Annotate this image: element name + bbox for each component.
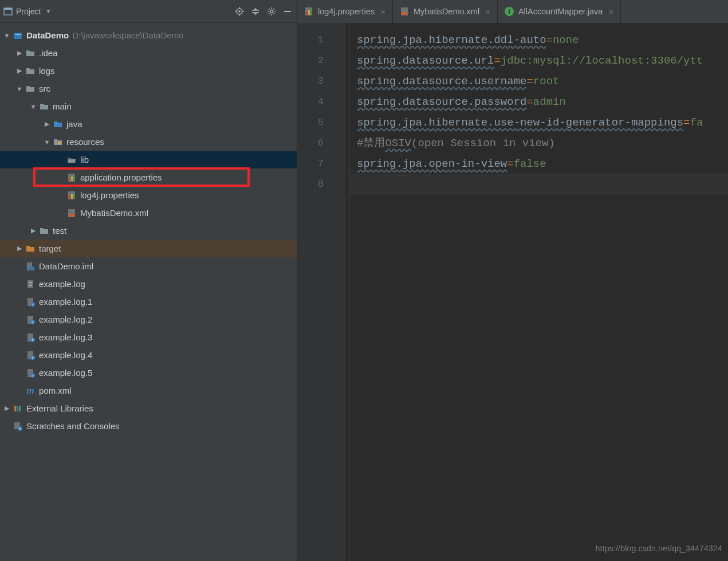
minimize-icon[interactable] [283,7,292,16]
tree-item-pom[interactable]: m pom.xml [0,382,297,399]
line-number: 3 [297,71,332,92]
tree-item-label: main [53,101,72,111]
tree-item-label: java [66,119,82,129]
tree-item-log4j[interactable]: log4j.properties [0,186,297,204]
line-gutter: 1 2 3 4 5 6 7 8 [297,23,332,561]
tree-item-label: External Libraries [26,403,93,413]
chevron-down-icon[interactable]: ▼ [16,85,23,92]
svg-rect-28 [73,193,75,199]
chevron-down-icon[interactable]: ▼ [44,139,50,146]
project-icon [3,7,13,16]
svg-rect-53 [17,406,18,411]
tree-item-src[interactable]: ▼ src [0,80,297,97]
chevron-right-icon[interactable]: ▶ [16,67,23,74]
tree-item-label: target [39,244,61,253]
svg-rect-35 [29,284,32,284]
tree-item-examplelog4[interactable]: ? example.log.4 [0,346,297,364]
tree-item-examplelog5[interactable]: ? example.log.5 [0,364,297,382]
tree-item-logs[interactable]: ▶ logs [0,62,297,80]
close-icon[interactable]: × [485,7,490,17]
svg-rect-1 [4,8,12,10]
chevron-right-icon[interactable]: ▶ [3,405,10,412]
close-icon[interactable]: × [380,7,385,17]
collapse-all-icon[interactable] [251,7,260,16]
editor-panel: log4j.properties × MybatisDemo.xml × I A… [297,0,728,561]
chevron-down-icon[interactable]: ▼ [30,103,37,110]
project-tree[interactable]: ▼ DataDemo D:\javaworkspace\DataDemo ▶ .… [0,23,297,561]
line-number: 8 [297,174,332,195]
svg-rect-58 [20,427,21,429]
unknown-file-icon: ? [25,315,36,324]
tree-item-application-properties[interactable]: application.properties [0,168,297,186]
tab-label: AllAccountMapper.java [518,7,603,16]
svg-rect-52 [14,406,16,411]
unknown-file-icon: ? [25,333,36,342]
editor-tabs: log4j.properties × MybatisDemo.xml × I A… [297,0,728,23]
svg-line-15 [269,13,270,14]
folder-icon [25,66,36,76]
tree-item-examplelog[interactable]: example.log [0,275,297,293]
locate-icon[interactable] [235,7,244,16]
tree-item-iml[interactable]: DataDemo.iml [0,257,297,275]
svg-rect-22 [69,178,70,181]
tree-item-label: example.log.1 [39,297,92,307]
tree-item-examplelog2[interactable]: ? example.log.2 [0,311,297,328]
tree-item-resources[interactable]: ▼ resources [0,133,297,151]
gear-icon[interactable] [267,7,276,16]
tree-item-label: Scratches and Consoles [26,421,120,431]
module-icon [13,31,23,40]
tree-item-label: test [53,226,66,236]
svg-point-8 [270,10,273,13]
svg-line-13 [269,9,270,10]
tree-item-label: example.log.4 [39,350,92,360]
tree-item-label: example.log [39,279,85,289]
chevron-down-icon[interactable]: ▼ [3,32,10,39]
svg-rect-62 [310,9,312,15]
module-file-icon [25,262,36,271]
tab-allaccountmapper[interactable]: I AllAccountMapper.java × [498,0,621,23]
svg-rect-19 [15,34,21,35]
chevron-right-icon[interactable]: ▶ [44,120,50,128]
tree-item-label: MybatisDemo.xml [80,208,148,218]
unknown-file-icon: ? [25,351,36,360]
gutter-margin [332,23,345,561]
tree-item-label: pom.xml [39,386,72,395]
properties-file-icon [66,173,77,182]
tree-item-test[interactable]: ▶ test [0,222,297,240]
svg-line-14 [273,13,274,14]
chevron-right-icon[interactable]: ▶ [30,227,37,234]
tree-item-label: DataDemo [26,30,69,40]
tree-item-label: example.log.5 [39,368,92,378]
unknown-file-icon: ? [25,368,36,378]
tree-external-libraries[interactable]: ▶ External Libraries [0,399,297,417]
unknown-file-icon: ? [25,297,36,307]
svg-rect-61 [308,10,310,15]
tree-item-mybatis[interactable]: MybatisDemo.xml [0,204,297,222]
tree-item-examplelog3[interactable]: ? example.log.3 [0,328,297,346]
svg-rect-24 [73,175,75,181]
tree-item-main[interactable]: ▼ main [0,97,297,115]
tree-item-examplelog1[interactable]: ? example.log.1 [0,293,297,311]
tree-root[interactable]: ▼ DataDemo D:\javaworkspace\DataDemo [0,26,297,44]
tab-mybatis[interactable]: MybatisDemo.xml × [393,0,498,23]
svg-rect-64 [402,12,407,15]
code-content[interactable]: spring.jpa.hibernate.ddl-auto=none sprin… [350,23,728,561]
project-dropdown[interactable]: Project ▼ [3,7,51,16]
tree-item-target[interactable]: ▶ target [0,240,297,257]
tree-item-label: example.log.2 [39,315,92,324]
svg-rect-20 [58,142,61,144]
code-editor[interactable]: 1 2 3 4 5 6 7 8 spring.jpa.hibernate.ddl… [297,23,728,561]
xml-file-icon [400,7,409,16]
tab-log4j[interactable]: log4j.properties × [297,0,393,23]
library-icon [13,404,23,413]
tree-item-lib[interactable]: lib [0,151,297,168]
resources-folder-icon [53,138,63,147]
tree-scratches[interactable]: Scratches and Consoles [0,417,297,435]
interface-icon: I [505,7,514,16]
chevron-right-icon[interactable]: ▶ [16,245,23,252]
close-icon[interactable]: × [608,7,613,17]
tab-label: MybatisDemo.xml [414,7,479,16]
chevron-right-icon[interactable]: ▶ [16,49,23,57]
tree-item-java[interactable]: ▶ java [0,115,297,133]
tree-item-idea[interactable]: ▶ .idea [0,44,297,62]
